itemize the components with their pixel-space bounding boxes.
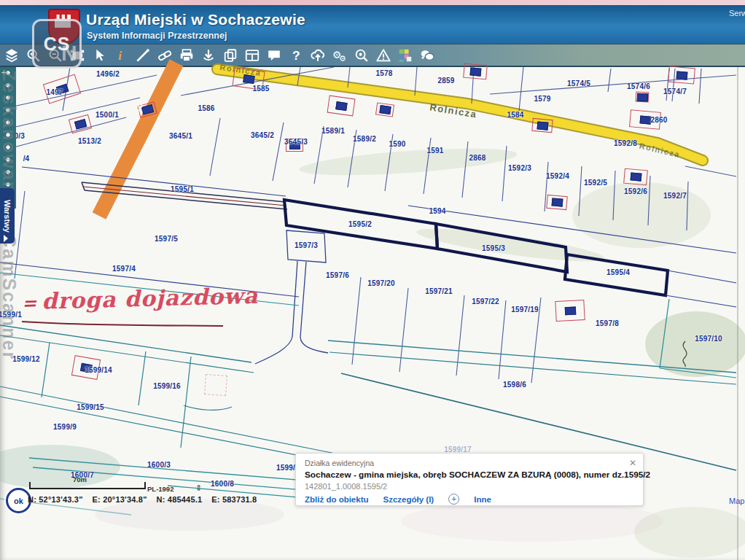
parcel-description: Sochaczew - gmina miejska, obręb SOCHACZ… [305,470,634,480]
parcel-label: 1590 [389,140,405,148]
details-link[interactable]: Szczegóły (I) [383,495,434,504]
parcel-label: 1597/5 [155,235,178,243]
coordinate-value: E: 20°13'34.8" [93,495,147,504]
building-marker [74,119,86,130]
parcel-label: 3645/1 [169,132,192,140]
building-icon [623,168,648,186]
layers-tab-label: Warstwy [3,200,12,233]
parcel-label: 1574/6 [627,82,650,90]
coordinates-readout: N: 52°13'43.3"E: 20°13'34.8"N: 485445.1E… [28,495,266,504]
parcel-label: 1599/17 [444,446,472,454]
parcel-label: 1584 [507,111,523,119]
parcel-label: 1574/7 [663,88,687,96]
building-marker [335,101,347,111]
parcel-label: 1500/1 [95,111,119,119]
parcel-label: 1598/6 [503,381,526,389]
parcel-label: 1594 [429,207,445,215]
building-icon [463,63,488,80]
other-link[interactable]: Inne [474,495,491,504]
add-circle-icon[interactable]: + [448,494,459,505]
popup-title: Działka ewidencyjna [305,459,634,467]
parcel-label: 1592/7 [663,192,687,200]
building-marker [639,115,651,124]
building-marker [676,71,687,79]
building-icon [546,195,568,210]
building-marker [469,67,481,76]
parcel-label: 1595/3 [482,244,505,252]
parcel-label: 1597/4 [112,265,136,273]
parcel-label: 1591 [426,147,443,155]
parcel-label: 1597/3 [295,241,318,249]
parcel-label: 1595/1 [171,185,194,193]
building-marker [379,105,391,114]
crs-label: PL-1992 [147,485,173,493]
building-icon [531,118,553,133]
annotation-equals: = [22,292,38,314]
parcel-label: 1599/9 [53,423,77,431]
parcel-label: 1600/8 [211,480,234,488]
map-attribution: Map [729,497,744,505]
parcel-label: 1496/2 [96,70,120,78]
parcel-label: 1597/8 [596,319,619,327]
parcel-label: 1592/5 [584,179,607,187]
coordinate-value: E: 583731.8 [211,495,257,504]
building-marker [636,93,648,101]
parcel-label: 1579 [534,95,550,103]
building-icon [375,102,394,117]
building-marker [537,121,548,130]
parcel-id: 142801_1.0008.1595/2 [305,482,634,491]
parcel-label: 1513/2 [78,137,101,145]
parcel-label: 1597/6 [326,271,349,279]
building-icon [668,66,695,84]
expand-triangle-icon [4,235,8,242]
parcel-label: 1595/4 [606,268,630,276]
parcel-label: 1597/22 [472,298,499,306]
parcel-label: 1574/5 [567,79,590,88]
parcel-label: 1586 [198,104,214,112]
parcel-label: 1595/2 [348,220,372,228]
parcel-label: 1592/8 [614,139,637,147]
scan-right-edge [737,67,738,560]
planned-building-outline [204,374,227,396]
screen: Urząd Miejski w Sochaczewie System Infor… [0,0,745,560]
building-marker [564,306,576,315]
building-icon [555,300,585,322]
watermark-letter: N [61,41,77,66]
parcel-info-popup: Działka ewidencyjna ✕ Sochaczew - gmina … [295,453,644,506]
parcel-label: 1589/2 [353,135,376,143]
scale-bar [29,482,146,489]
parcel-label: 1597/10 [695,335,722,343]
parcel-label: 1597/21 [425,287,453,295]
parcel-label: 2859 [437,77,454,85]
camscanner-watermark: Zeskanowane w CamScanner [0,70,20,508]
coordinate-value: N: 485445.1 [157,495,203,504]
building-marker [551,198,563,206]
coordinate-value: N: 52°13'43.3" [28,495,83,504]
parcel-label: 1599/ [276,464,295,472]
parcel-label: 2868 [469,154,485,162]
parcel-label: 1589/1 [321,127,345,135]
parcel-label: 1599/16 [153,382,181,390]
parcel-label: 2860 [650,116,667,124]
building-icon [636,92,650,103]
parcel-label: 3645/3 [284,138,308,146]
parcel-label: 1585 [252,85,269,93]
zoom-to-object-link[interactable]: Zbliż do obiektu [305,495,369,504]
close-icon[interactable]: ✕ [629,458,636,468]
parcel-label: 1578 [375,69,392,77]
parcel-label: 1592/4 [546,172,569,180]
building-icon [327,96,356,117]
parcel-label: 1599/14 [85,366,112,374]
parcel-label: 1599/15 [77,403,104,411]
parcel-label: 1497 [46,88,63,96]
building-marker [630,172,641,181]
parcel-label: 1592/3 [508,164,531,172]
layers-panel-tab[interactable]: Warstwy [0,188,15,244]
parcel-label: 1592/6 [624,187,647,195]
crs-toggle-icon[interactable]: ⇕ [195,483,202,493]
parcel-label: 1597/20 [367,279,395,287]
parcel-label: 1597/19 [511,306,539,314]
parcel-label: /4 [23,155,30,163]
parcel-label: 1600/3 [147,461,171,469]
parcel-label: 3645/2 [251,131,274,139]
